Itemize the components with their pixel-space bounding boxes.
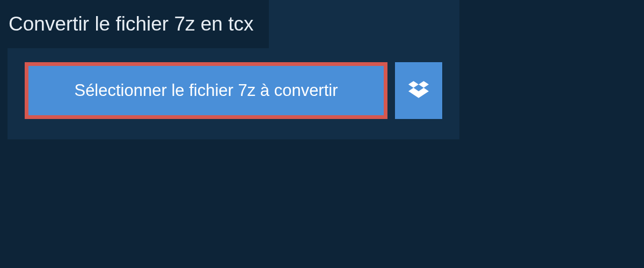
- button-row: Sélectionner le fichier 7z à convertir: [25, 62, 442, 119]
- select-file-label: Sélectionner le fichier 7z à convertir: [74, 81, 338, 100]
- page-title: Convertir le fichier 7z en tcx: [9, 13, 254, 35]
- converter-card: Convertir le fichier 7z en tcx Sélection…: [8, 0, 459, 139]
- dropbox-icon: [408, 79, 429, 102]
- title-tab: Convertir le fichier 7z en tcx: [0, 0, 269, 48]
- select-file-button[interactable]: Sélectionner le fichier 7z à convertir: [25, 62, 387, 119]
- dropbox-button[interactable]: [395, 62, 442, 119]
